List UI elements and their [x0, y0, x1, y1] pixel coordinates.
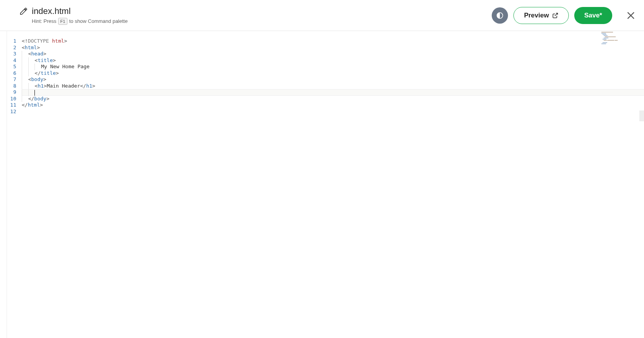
external-link-icon: [552, 12, 558, 19]
margin-line: [7, 31, 7, 338]
filename: index.html: [32, 6, 71, 16]
minimap[interactable]: [601, 31, 640, 338]
line-number: 10: [0, 96, 16, 102]
title-row: index.html: [19, 6, 492, 16]
line-number: 12: [0, 109, 16, 115]
line-number: 8: [0, 83, 16, 90]
code-line[interactable]: <body>: [22, 76, 644, 83]
minimap-thumb: [601, 32, 640, 45]
code-line[interactable]: <h1>Main Header</h1>: [22, 83, 644, 90]
code-line[interactable]: <html>: [22, 45, 644, 51]
hint-prefix: Hint: Press: [32, 18, 57, 24]
code-line[interactable]: </body>: [22, 96, 644, 102]
editor-header: index.html Hint: Press F1 to show Comman…: [0, 0, 644, 31]
line-number: 1: [0, 38, 16, 45]
preview-label: Preview: [524, 12, 549, 19]
code-line[interactable]: <title>: [22, 57, 644, 64]
save-button[interactable]: Save*: [574, 7, 612, 24]
title-area: index.html Hint: Press F1 to show Comman…: [19, 6, 492, 25]
line-number: 2: [0, 45, 16, 51]
theme-icon: [496, 12, 504, 19]
text-cursor: [34, 90, 35, 96]
line-number: 5: [0, 64, 16, 70]
line-number: 6: [0, 70, 16, 77]
code-line[interactable]: </title>: [22, 70, 644, 77]
hint-suffix: to show Command palette: [69, 18, 127, 24]
code-line[interactable]: [22, 109, 644, 115]
line-number: 9: [0, 89, 16, 96]
hint-key-badge: F1: [58, 18, 68, 25]
close-button[interactable]: [625, 10, 636, 21]
svg-line-1: [554, 13, 557, 16]
hint-text: Hint: Press F1 to show Command palette: [32, 18, 492, 25]
theme-toggle-button[interactable]: [492, 7, 508, 24]
scrollbar-marker[interactable]: [639, 110, 644, 121]
code-line[interactable]: <!DOCTYPE html>: [22, 38, 644, 45]
code-line[interactable]: <head>: [22, 51, 644, 57]
line-number: 4: [0, 57, 16, 64]
actions: Preview Save*: [492, 7, 636, 24]
code-content[interactable]: <!DOCTYPE html><html> <head> <title> My …: [22, 31, 644, 338]
editor-area[interactable]: 123456789101112 <!DOCTYPE html><html> <h…: [0, 31, 644, 338]
line-number: 7: [0, 76, 16, 83]
line-number: 11: [0, 102, 16, 109]
line-number: 3: [0, 51, 16, 57]
pencil-icon[interactable]: [19, 7, 28, 16]
code-line[interactable]: </html>: [22, 102, 644, 109]
line-number-gutter: 123456789101112: [0, 31, 22, 338]
save-label: Save*: [584, 12, 602, 19]
preview-button[interactable]: Preview: [513, 7, 568, 24]
close-icon: [625, 10, 636, 21]
code-line[interactable]: My New Home Page: [22, 64, 644, 70]
code-line[interactable]: [22, 89, 644, 96]
